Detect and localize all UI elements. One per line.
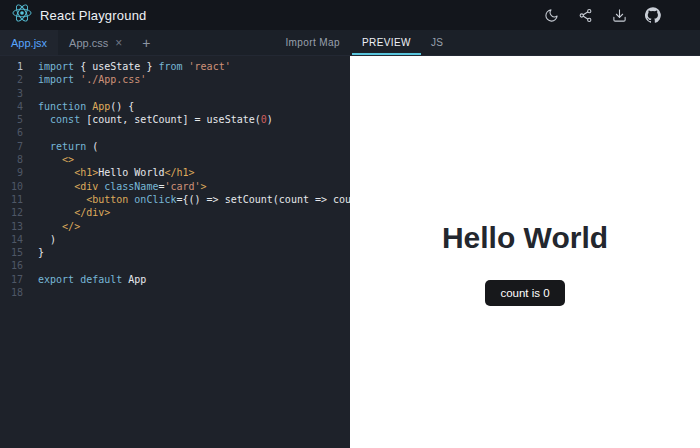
line-number: 2 bbox=[0, 73, 30, 86]
share-icon bbox=[578, 8, 593, 23]
file-tab-label: App.css bbox=[69, 37, 108, 49]
line-number: 11 bbox=[0, 193, 30, 206]
code-line: 1import { useState } from 'react' bbox=[0, 60, 350, 73]
app-window: React Playground bbox=[0, 0, 700, 448]
code-line: 12 </div> bbox=[0, 206, 350, 219]
github-button[interactable] bbox=[644, 6, 662, 24]
github-icon bbox=[645, 7, 661, 23]
line-number: 16 bbox=[0, 259, 30, 272]
code-line: 13 </> bbox=[0, 220, 350, 233]
add-file-button[interactable]: + bbox=[133, 30, 159, 55]
code-line: 8 <> bbox=[0, 153, 350, 166]
tab-js[interactable]: JS bbox=[421, 30, 453, 55]
line-number: 6 bbox=[0, 126, 30, 139]
line-number: 14 bbox=[0, 233, 30, 246]
main-split: 1import { useState } from 'react'2import… bbox=[0, 56, 700, 448]
line-number: 3 bbox=[0, 87, 30, 100]
line-number: 10 bbox=[0, 180, 30, 193]
tab-import-map[interactable]: Import Map bbox=[275, 30, 350, 55]
line-number: 17 bbox=[0, 273, 30, 286]
code-line: 16 bbox=[0, 259, 350, 272]
code-line: 4function App() { bbox=[0, 100, 350, 113]
line-number: 4 bbox=[0, 100, 30, 113]
line-number: 5 bbox=[0, 113, 30, 126]
code-line: 14 ) bbox=[0, 233, 350, 246]
line-number: 18 bbox=[0, 286, 30, 299]
download-icon bbox=[612, 8, 627, 23]
file-tab-label: App.jsx bbox=[11, 37, 47, 49]
header-brand: React Playground bbox=[12, 3, 147, 27]
line-number: 7 bbox=[0, 140, 30, 153]
code-line: 5 const [count, setCount] = useState(0) bbox=[0, 113, 350, 126]
tab-preview[interactable]: PREVIEW bbox=[352, 30, 421, 55]
count-button[interactable]: count is 0 bbox=[485, 280, 564, 306]
line-number: 1 bbox=[0, 60, 30, 73]
app-header: React Playground bbox=[0, 0, 700, 30]
code-line: 17export default App bbox=[0, 273, 350, 286]
code-lines: 1import { useState } from 'react'2import… bbox=[0, 60, 350, 299]
line-number: 9 bbox=[0, 166, 30, 179]
code-line: 3 bbox=[0, 87, 350, 100]
share-button[interactable] bbox=[576, 6, 594, 24]
code-line: 11 <button onClick={() => setCount(count… bbox=[0, 193, 350, 206]
code-line: 15} bbox=[0, 246, 350, 259]
file-tabs: App.jsx App.css × + Import Map bbox=[0, 30, 350, 55]
app-title: React Playground bbox=[40, 8, 147, 23]
tab-bar: App.jsx App.css × + Import Map PREVIEW J… bbox=[0, 30, 700, 56]
preview-heading: Hello World bbox=[442, 221, 608, 255]
react-logo-icon bbox=[12, 3, 32, 27]
theme-toggle-button[interactable] bbox=[542, 6, 560, 24]
code-line: 6 bbox=[0, 126, 350, 139]
download-button[interactable] bbox=[610, 6, 628, 24]
code-line: 2import './App.css' bbox=[0, 73, 350, 86]
moon-icon bbox=[544, 8, 559, 23]
line-number: 12 bbox=[0, 206, 30, 219]
code-line: 7 return ( bbox=[0, 140, 350, 153]
close-icon[interactable]: × bbox=[115, 37, 122, 49]
code-editor[interactable]: 1import { useState } from 'react'2import… bbox=[0, 56, 350, 448]
header-actions bbox=[542, 6, 688, 24]
line-number: 13 bbox=[0, 220, 30, 233]
code-line: 10 <div className='card'> bbox=[0, 180, 350, 193]
code-line: 18 bbox=[0, 286, 350, 299]
preview-pane: Hello World count is 0 bbox=[350, 56, 700, 448]
file-tab-app-css[interactable]: App.css × bbox=[58, 30, 133, 55]
code-line: 9 <h1>Hello World</h1> bbox=[0, 166, 350, 179]
line-number: 15 bbox=[0, 246, 30, 259]
view-tabs: PREVIEW JS bbox=[350, 30, 700, 55]
line-number: 8 bbox=[0, 153, 30, 166]
file-tab-app-jsx[interactable]: App.jsx bbox=[0, 30, 58, 55]
